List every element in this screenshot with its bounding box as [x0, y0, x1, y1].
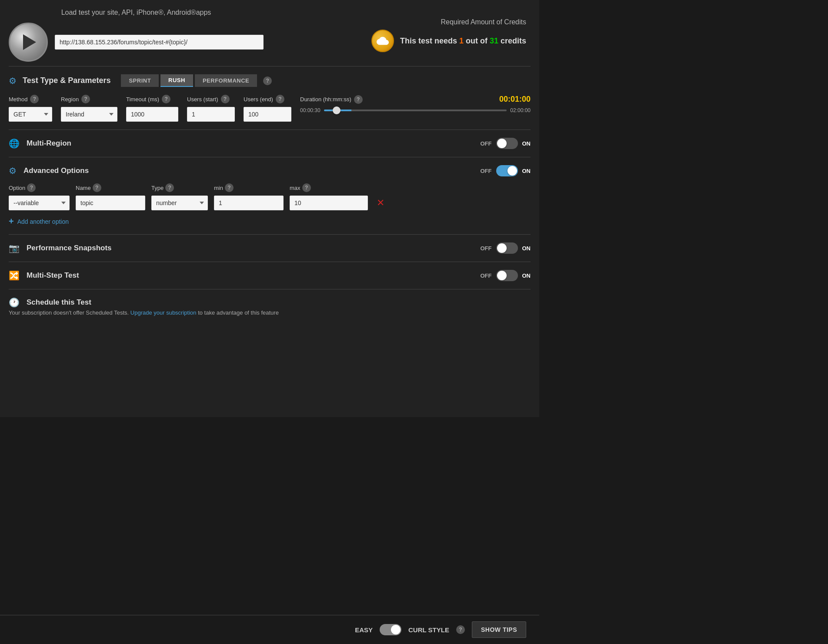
type-select[interactable]: number string boolean: [151, 196, 208, 210]
users-start-group: Users (start) ?: [187, 95, 235, 122]
advanced-options-title: Advanced Options: [23, 166, 474, 175]
schedule-title: Schedule this Test: [27, 298, 531, 307]
name-help-icon[interactable]: ?: [93, 183, 101, 192]
settings-icon: ⚙: [9, 76, 17, 86]
credits-info: This test needs 1 out of 31 credits: [400, 37, 526, 46]
option-col-label: Option: [9, 185, 25, 191]
region-group: Region ? Ireland US East US West: [61, 95, 117, 122]
advanced-options-icon: ⚙: [9, 166, 17, 176]
advanced-options-on-label: ON: [522, 168, 531, 174]
tab-rush[interactable]: RUSH: [160, 74, 193, 87]
performance-snapshots-off-label: OFF: [481, 245, 492, 252]
duration-slider-max: 02:00:00: [510, 107, 531, 113]
users-end-group: Users (end) ?: [244, 95, 291, 122]
method-label: Method: [9, 96, 27, 103]
method-help-icon[interactable]: ?: [30, 95, 39, 103]
advanced-options-section: ⚙ Advanced Options OFF ON Option ? Name …: [0, 157, 539, 234]
timeout-help-icon[interactable]: ?: [162, 95, 170, 103]
option-select[interactable]: --variable --list --sequence: [9, 196, 70, 210]
multi-region-toggle[interactable]: [496, 138, 518, 149]
max-value-input[interactable]: [290, 196, 368, 210]
region-label: Region: [61, 96, 79, 103]
duration-help-icon[interactable]: ?: [354, 95, 363, 104]
region-help-icon[interactable]: ?: [81, 95, 90, 103]
add-option-row[interactable]: + Add another option: [9, 216, 531, 226]
tab-sprint[interactable]: SPRINT: [121, 74, 159, 87]
cloud-icon: [377, 35, 389, 47]
subtitle-right: Required Amount of Credits: [371, 18, 526, 26]
delete-option-button[interactable]: ✕: [374, 197, 387, 209]
performance-snapshots-title: Performance Snapshots: [27, 244, 474, 252]
multi-step-section: 🔀 Multi-Step Test OFF ON: [0, 262, 539, 289]
users-end-input[interactable]: [244, 107, 291, 122]
performance-snapshots-section: 📷 Performance Snapshots OFF ON: [0, 235, 539, 262]
upgrade-link[interactable]: Upgrade your subscription: [130, 309, 197, 316]
test-type-help-icon[interactable]: ?: [263, 76, 272, 85]
name-input[interactable]: [76, 196, 145, 210]
users-start-help-icon[interactable]: ?: [221, 95, 230, 103]
option-field-row: --variable --list --sequence number stri…: [9, 196, 531, 210]
type-help-icon[interactable]: ?: [165, 183, 174, 192]
region-select[interactable]: Ireland US East US West: [61, 107, 117, 122]
timeout-input[interactable]: [126, 107, 178, 122]
min-help-icon[interactable]: ?: [225, 183, 234, 192]
multi-step-icon: 🔀: [9, 270, 20, 281]
add-another-label: Add another option: [17, 218, 69, 225]
multi-step-on-label: ON: [522, 272, 531, 279]
multi-region-section: 🌐 Multi-Region OFF ON: [0, 130, 539, 157]
subtitle-left: Load test your site, API, iPhone®, Andro…: [61, 9, 211, 17]
duration-slider-min: 00:00:30: [300, 107, 321, 113]
schedule-description: Your subscription doesn't offer Schedule…: [9, 309, 531, 316]
timeout-label: Timeout (ms): [126, 96, 159, 103]
duration-group: Duration (hh:mm:ss) ? 00:01:00 00:00:30 …: [300, 95, 531, 113]
multi-step-toggle[interactable]: [496, 270, 518, 281]
duration-display: 00:01:00: [499, 95, 531, 104]
name-col-label: Name: [76, 185, 91, 191]
advanced-options-details: Option ? Name ? Type ? min ? max ?: [9, 183, 531, 226]
url-input[interactable]: [55, 35, 264, 50]
multi-region-off-label: OFF: [481, 140, 492, 147]
tab-performance[interactable]: PERFORMANCE: [195, 74, 257, 87]
users-end-help-icon[interactable]: ?: [276, 95, 284, 103]
min-value-input[interactable]: [214, 196, 284, 210]
multi-step-off-label: OFF: [481, 272, 492, 279]
multi-step-title: Multi-Step Test: [27, 271, 474, 280]
performance-snapshots-on-label: ON: [522, 245, 531, 252]
add-icon: +: [9, 216, 14, 226]
test-type-title: Test Type & Parameters: [23, 76, 110, 85]
users-start-input[interactable]: [187, 107, 235, 122]
timeout-group: Timeout (ms) ?: [126, 95, 178, 122]
max-help-icon[interactable]: ?: [302, 183, 311, 192]
advanced-options-off-label: OFF: [481, 168, 492, 174]
min-col-label: min: [214, 185, 223, 191]
performance-snapshots-toggle[interactable]: [496, 242, 518, 254]
schedule-icon: 🕐: [9, 297, 20, 308]
duration-slider[interactable]: [324, 110, 507, 111]
tab-group: SPRINT RUSH PERFORMANCE: [121, 74, 257, 87]
duration-label: Duration (hh:mm:ss): [300, 96, 351, 103]
users-end-label: Users (end): [244, 96, 273, 103]
max-col-label: max: [290, 185, 300, 191]
advanced-options-toggle[interactable]: [496, 165, 518, 176]
type-col-label: Type: [151, 185, 164, 191]
option-help-icon[interactable]: ?: [27, 183, 36, 192]
multi-region-on-label: ON: [522, 140, 531, 147]
multi-region-icon: 🌐: [9, 138, 20, 149]
users-start-label: Users (start): [187, 96, 218, 103]
schedule-section: 🕐 Schedule this Test Your subscription d…: [0, 289, 539, 324]
method-select[interactable]: GET POST PUT DELETE: [9, 107, 52, 122]
performance-snapshots-icon: 📷: [9, 243, 20, 253]
method-group: Method ? GET POST PUT DELETE: [9, 95, 52, 122]
multi-region-title: Multi-Region: [27, 139, 474, 148]
play-button[interactable]: [9, 23, 48, 62]
coin-icon: [371, 30, 394, 52]
